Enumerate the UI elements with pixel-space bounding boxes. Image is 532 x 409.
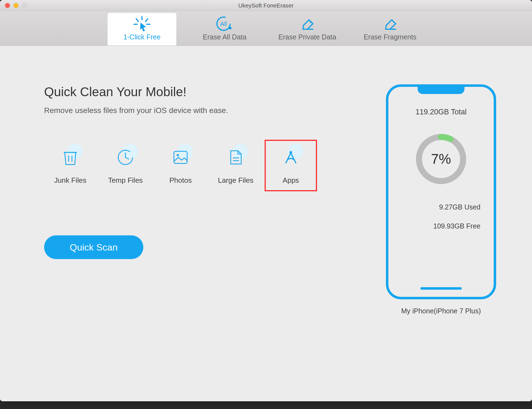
category-temp-files[interactable]: Temp Files xyxy=(99,140,152,191)
content-area: Quick Clean Your Mobile! Remove useless … xyxy=(0,46,532,401)
titlebar: UkeySoft FoneEraser xyxy=(0,0,532,11)
tab-label: Erase Private Data xyxy=(278,33,336,41)
photo-icon xyxy=(172,150,189,165)
home-indicator-icon xyxy=(420,287,462,290)
main-tabs: 1-Click Free All Erase All Data Erase xyxy=(0,11,532,46)
category-large-files[interactable]: Large Files xyxy=(209,140,262,191)
erase-fragments-icon xyxy=(356,16,424,31)
svg-text:All: All xyxy=(220,20,227,27)
tab-label: Erase All Data xyxy=(203,33,246,41)
svg-point-18 xyxy=(177,154,179,156)
category-photos[interactable]: Photos xyxy=(154,140,207,191)
apps-icon xyxy=(282,149,300,166)
page-title: Quick Clean Your Mobile! xyxy=(44,84,378,99)
storage-free: 109.93GB Free xyxy=(394,222,488,230)
maximize-icon[interactable] xyxy=(22,3,27,8)
tab-erase-fragments[interactable]: Erase Fragments xyxy=(356,13,424,45)
erase-all-icon: All xyxy=(190,16,259,31)
tab-label: Erase Fragments xyxy=(364,33,417,41)
window-controls xyxy=(5,3,27,8)
window-title: UkeySoft FoneEraser xyxy=(0,2,532,9)
category-apps[interactable]: Apps xyxy=(265,140,317,191)
file-icon xyxy=(229,149,243,166)
close-icon[interactable] xyxy=(5,3,10,8)
page-subtitle: Remove useless files from your iOS devic… xyxy=(44,106,378,115)
quick-scan-button[interactable]: Quick Scan xyxy=(44,235,143,259)
right-pane: 119.20GB Total 7% 9.27GB Used 109.93GB F… xyxy=(378,84,504,346)
svg-rect-17 xyxy=(174,151,187,163)
category-label: Apps xyxy=(266,176,316,185)
phone-outline: 119.20GB Total 7% 9.27GB Used 109.93GB F… xyxy=(386,84,496,299)
phone-notch-icon xyxy=(418,86,464,94)
storage-total: 119.20GB Total xyxy=(415,108,467,116)
trash-icon xyxy=(63,149,78,166)
clock-icon xyxy=(117,149,134,166)
category-junk-files[interactable]: Junk Files xyxy=(44,140,96,191)
category-label: Junk Files xyxy=(45,176,95,185)
device-name: My iPhone(iPhone 7 Plus) xyxy=(401,307,481,315)
svg-point-9 xyxy=(310,21,311,23)
category-row: Junk Files Temp Files xyxy=(44,140,378,191)
tab-erase-all-data[interactable]: All Erase All Data xyxy=(190,13,259,45)
usage-percent: 7% xyxy=(413,131,469,187)
category-label: Temp Files xyxy=(100,176,151,185)
tab-1-click-free[interactable]: 1-Click Free xyxy=(108,13,176,45)
category-label: Large Files xyxy=(211,176,261,185)
click-free-icon xyxy=(108,16,176,31)
usage-ring: 7% xyxy=(413,131,469,187)
svg-point-7 xyxy=(229,27,232,29)
tab-erase-private-data[interactable]: Erase Private Data xyxy=(273,13,342,45)
svg-line-16 xyxy=(125,157,129,159)
erase-private-icon xyxy=(273,16,342,31)
minimize-icon[interactable] xyxy=(14,3,18,8)
svg-line-1 xyxy=(136,19,138,21)
category-label: Photos xyxy=(155,176,206,185)
svg-line-2 xyxy=(146,19,148,21)
app-window: UkeySoft FoneEraser 1-Click Free xyxy=(0,0,532,401)
storage-used: 9.27GB Used xyxy=(394,203,488,211)
left-pane: Quick Clean Your Mobile! Remove useless … xyxy=(44,84,378,346)
tab-label: 1-Click Free xyxy=(123,33,161,41)
